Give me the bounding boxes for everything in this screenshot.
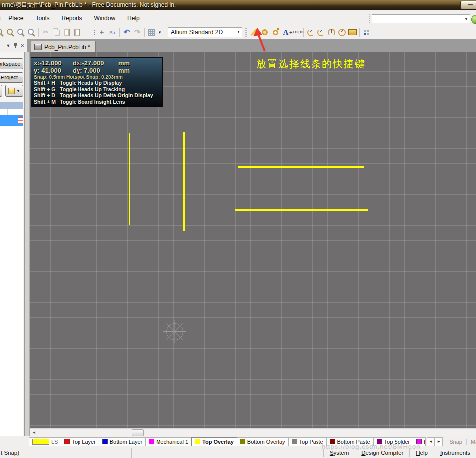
toolbar-drag-handle[interactable] (245, 28, 247, 37)
zoom-area-icon[interactable] (27, 28, 36, 37)
project-tree-body[interactable] (0, 126, 23, 436)
chevron-down-icon[interactable]: ▼ (235, 28, 242, 37)
full-circle-icon[interactable] (337, 28, 346, 37)
arc-center-icon[interactable] (306, 28, 315, 37)
title-bar: nme\项目文件\Pcb_Pin.PcbLib * - Free Documen… (0, 0, 476, 10)
drawn-track[interactable] (238, 166, 364, 168)
grid-dropdown-icon[interactable]: ▼ (158, 30, 162, 35)
layer-tab-label: Top Solder (384, 439, 410, 445)
menu-reports[interactable]: Reports (55, 14, 88, 23)
place-via-icon[interactable] (271, 28, 280, 37)
hud-snap-info: Snap: 0.5mm Hotspot Snap: 0.203mm (34, 75, 160, 80)
layer-color-swatch (195, 439, 200, 444)
workspace-button[interactable]: orkspace (0, 58, 23, 69)
layer-tab-bottom-overlay[interactable]: Bottom Overlay (237, 437, 288, 446)
place-line-icon[interactable] (250, 28, 259, 37)
place-pad-icon[interactable] (260, 28, 269, 37)
hud-shortcut-action: Toggle Heads Up Tracking (60, 86, 125, 92)
layer-tab-b[interactable]: B (413, 437, 426, 446)
menu-items: : Place Tools Reports Window Help (0, 14, 146, 23)
layer-scroll-left-icon[interactable]: ◄ (427, 437, 435, 446)
minimize-button[interactable]: — (460, 1, 476, 9)
zoom-document-icon[interactable] (16, 28, 25, 37)
menu-place[interactable]: Place (2, 14, 29, 23)
arc-any-angle-icon[interactable] (327, 28, 336, 37)
paste-icon[interactable] (62, 28, 71, 37)
select-area-icon[interactable] (87, 28, 96, 37)
status-menu-help[interactable]: Help (409, 449, 434, 457)
status-menu-design-compiler[interactable]: Design Compiler (355, 449, 409, 457)
layer-tab-top-solder[interactable]: Top Solder (373, 437, 413, 446)
zoom-out-icon[interactable] (6, 28, 15, 37)
hud-shortcut-key: Shift + G (34, 86, 60, 93)
hscrollbar-thumb[interactable] (132, 429, 144, 436)
panel-close-icon[interactable]: ✕ (20, 43, 24, 48)
mask-level-toggle[interactable]: Mask Lev (466, 439, 476, 445)
menu-window[interactable]: Window (88, 14, 121, 23)
zoom-in-icon[interactable] (0, 28, 4, 37)
hud-dy: dy: 7.000 (73, 67, 118, 74)
layer-tab-label: Top Paste (299, 439, 323, 445)
minimize-icon: — (468, 1, 473, 7)
grid-settings-icon[interactable] (147, 28, 156, 37)
layer-tab-bottom-layer[interactable]: Bottom Layer (99, 437, 145, 446)
redo-icon[interactable]: ↷ (133, 28, 142, 37)
document-tab[interactable]: Pcb_Pin.PcbLib * (31, 41, 96, 53)
layer-tab-label: Bottom Layer (110, 439, 142, 445)
document-icon (8, 88, 15, 94)
hud-y: y: 41.000 (34, 67, 73, 74)
scroll-left-icon[interactable]: ◄ (30, 429, 38, 436)
panel-small-button[interactable] (0, 85, 2, 97)
status-menu-system[interactable]: System (323, 449, 355, 457)
chevron-down-icon[interactable]: ▼ (464, 17, 468, 21)
snap-toggle[interactable]: Snap (445, 439, 466, 445)
layer-color-swatch (32, 439, 49, 445)
document-tab-bar: Pcb_Pin.PcbLib * (27, 39, 476, 52)
layer-tab-label: Bottom Overlay (247, 439, 285, 445)
project-button-label: Project (1, 75, 18, 80)
pcb-canvas[interactable]: x:-12.000dx:-27.000mm y: 41.000dy: 7.000… (30, 52, 476, 428)
status-ball-icon[interactable] (471, 15, 476, 24)
view-configuration-value: Altium Standard 2D (171, 29, 223, 36)
cut-icon[interactable]: ✂ (41, 28, 50, 37)
status-bar: t Snap) System Design Compiler Help Inst… (0, 447, 476, 458)
layer-tab-top-overlay[interactable]: Top Overlay (191, 437, 237, 446)
panel-menu-icon[interactable]: ▼ (6, 43, 11, 48)
drawn-track[interactable] (235, 209, 368, 211)
copy-icon[interactable] (52, 28, 61, 37)
project-button[interactable]: Project (0, 72, 23, 83)
layer-tab-top-layer[interactable]: Top Layer (61, 437, 98, 446)
view-configuration-combo[interactable]: Altium Standard 2D ▼ (168, 27, 242, 37)
drawn-track[interactable] (183, 132, 185, 231)
layer-tab-ls[interactable]: LS (29, 437, 61, 446)
place-fill-icon[interactable] (348, 28, 357, 37)
layer-color-swatch (240, 439, 245, 444)
layer-tab-label: Top Overlay (202, 439, 234, 445)
paste-array-icon[interactable] (362, 28, 371, 37)
menu-tools[interactable]: Tools (29, 14, 55, 23)
canvas-hscrollbar[interactable]: ◄ (30, 428, 476, 436)
layer-tab-top-paste[interactable]: Top Paste (288, 437, 326, 446)
quick-search-input[interactable]: ▼ (372, 14, 470, 23)
layer-scroll-right-icon[interactable]: ► (435, 437, 443, 446)
cross-probe-icon[interactable]: × (108, 28, 117, 37)
document-options-button[interactable]: ▼ (5, 85, 23, 97)
project-tree-selected-row[interactable] (0, 115, 23, 126)
menu-help[interactable]: Help (121, 14, 146, 23)
hud-shortcut-key: Shift + H (34, 80, 60, 86)
move-object-icon[interactable]: + (97, 28, 106, 37)
undo-icon[interactable]: ↶ (122, 28, 131, 37)
paste-special-icon[interactable] (73, 28, 81, 37)
panel-splitter[interactable] (25, 52, 30, 436)
arc-edge-icon[interactable] (317, 28, 325, 37)
panel-pin-icon[interactable] (13, 43, 17, 48)
layer-tab-bottom-paste[interactable]: Bottom Paste (326, 437, 373, 446)
layer-tab-mechanical-1[interactable]: Mechanical 1 (145, 437, 191, 446)
layer-tab-label: Top Layer (72, 439, 95, 445)
projects-panel: orkspace Project ▼ (0, 52, 25, 436)
pcblib-doc-icon (34, 44, 42, 50)
drawn-track[interactable] (129, 133, 130, 225)
place-coordinate-icon[interactable]: ++10,10 (292, 28, 301, 37)
status-menu-instruments[interactable]: Instruments (434, 449, 476, 457)
toolbar-drag-handle[interactable] (369, 14, 370, 23)
